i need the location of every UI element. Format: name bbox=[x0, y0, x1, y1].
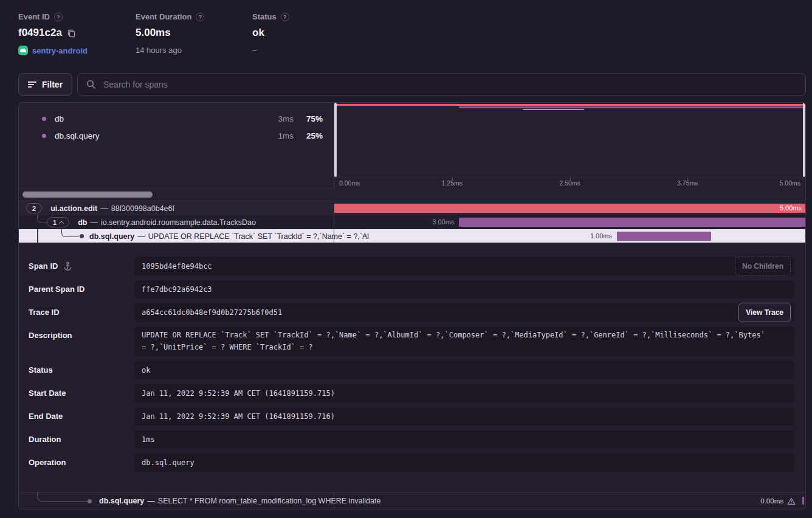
filter-icon bbox=[28, 81, 36, 88]
parent-span-id-value[interactable]: ffe7dbc92a6942c3 bbox=[134, 280, 794, 299]
detail-row-end-date: End Date Jan 11, 2022 9:52:39 AM CET (16… bbox=[29, 407, 794, 426]
op-duration: 3ms bbox=[267, 114, 294, 123]
start-date-value[interactable]: Jan 11, 2022 9:52:39 AM CET (1641891159.… bbox=[134, 384, 794, 402]
op-percent: 75% bbox=[294, 114, 323, 123]
chevron-up-icon bbox=[59, 221, 64, 226]
legend-item[interactable]: db 3ms 75% bbox=[19, 110, 334, 127]
anchor-icon[interactable] bbox=[63, 261, 72, 271]
span-desc: UPDATE OR REPLACE `Track` SET `TrackId` … bbox=[148, 232, 369, 241]
event-duration-ago: 14 hours ago bbox=[136, 46, 182, 55]
span-bar: 5.00ms bbox=[334, 204, 805, 213]
column-divider bbox=[334, 493, 334, 509]
spans-toolbar: Filter bbox=[18, 73, 806, 96]
span-tree: 5.00ms 2 ui.action.edit—88f300998a0b4e6f… bbox=[19, 201, 805, 243]
span-details-panel: Span ID 1095bd4ef8e94bcc No Children Par… bbox=[19, 243, 805, 493]
span-row-db-sql-query-selected[interactable]: 1.00ms db.sql.query—UPDATE OR REPLACE `T… bbox=[19, 229, 805, 243]
span-op: db.sql.query bbox=[99, 497, 144, 505]
span-desc: 88f300998a0b4e6f bbox=[111, 204, 174, 213]
help-icon[interactable]: ? bbox=[196, 13, 204, 21]
detail-row-duration: Duration 1ms bbox=[29, 430, 794, 449]
span-search bbox=[77, 73, 806, 96]
tree-scrollbar-track bbox=[19, 188, 334, 201]
legend-item[interactable]: db.sql.query 1ms 25% bbox=[19, 127, 334, 144]
event-duration-value: 5.00ms bbox=[136, 27, 171, 39]
op-color-dot bbox=[42, 134, 46, 138]
axis-label: 5.00ms bbox=[780, 179, 800, 187]
span-row-ui-action-edit[interactable]: 5.00ms 2 ui.action.edit—88f300998a0b4e6f bbox=[19, 201, 805, 215]
span-bar bbox=[617, 232, 711, 241]
leaf-bullet bbox=[88, 499, 92, 503]
collapse-badge[interactable]: 1 bbox=[47, 217, 69, 227]
detail-row-operation: Operation db.sql.query bbox=[29, 454, 794, 472]
minimap-span-bar bbox=[459, 106, 805, 108]
op-name: db.sql.query bbox=[55, 131, 100, 140]
help-icon[interactable]: ? bbox=[281, 13, 289, 21]
trace-id-value[interactable]: a654cc61dc0b48ef9d0b27275b6f0d51 View Tr… bbox=[134, 303, 794, 322]
help-icon[interactable]: ? bbox=[54, 13, 63, 21]
warning-icon bbox=[787, 497, 796, 505]
span-duration: 5.00ms bbox=[780, 204, 802, 213]
minimap-right-handle[interactable] bbox=[803, 103, 805, 177]
span-duration: 0.00ms bbox=[760, 497, 783, 505]
axis-label: 1.25ms bbox=[442, 179, 463, 187]
detail-row-span-id: Span ID 1095bd4ef8e94bcc No Children bbox=[29, 257, 794, 275]
span-op: ui.action.edit bbox=[50, 204, 97, 213]
tree-connector bbox=[37, 493, 90, 502]
axis-label: 0.00ms bbox=[339, 179, 360, 187]
axis-label: 2.50ms bbox=[559, 179, 580, 187]
no-children-button: No Children bbox=[735, 257, 791, 276]
tree-scrollbar-thumb[interactable] bbox=[22, 192, 153, 198]
op-breakdown-legend: db 3ms 75% db.sql.query 1ms 25% bbox=[19, 110, 334, 144]
child-count-badge[interactable]: 2 bbox=[26, 203, 42, 213]
span-row-sibling[interactable]: db.sql.query—SELECT * FROM room_table_mo… bbox=[19, 492, 805, 509]
detail-row-description: Description UPDATE OR REPLACE `Track` SE… bbox=[29, 326, 794, 356]
minimap-left-handle[interactable] bbox=[334, 103, 337, 177]
span-detail-page: Event ID ? f0491c2a sentry-android Event… bbox=[0, 0, 812, 518]
event-id-block: Event ID ? f0491c2a sentry-android bbox=[18, 12, 136, 55]
span-desc: SELECT * FROM room_table_modification_lo… bbox=[158, 497, 381, 505]
span-id-value[interactable]: 1095bd4ef8e94bcc No Children bbox=[134, 257, 794, 275]
status-label: Status bbox=[252, 12, 277, 21]
event-duration-block: Event Duration ? 5.00ms 14 hours ago bbox=[136, 12, 252, 55]
status-value: ok bbox=[252, 27, 264, 39]
duration-value[interactable]: 1ms bbox=[134, 430, 794, 449]
status-block: Status ? ok – bbox=[252, 12, 370, 55]
status-detail-value[interactable]: ok bbox=[134, 361, 794, 379]
detail-row-start-date: Start Date Jan 11, 2022 9:52:39 AM CET (… bbox=[29, 384, 794, 402]
search-input[interactable] bbox=[102, 79, 797, 90]
copy-icon[interactable] bbox=[67, 29, 76, 38]
filter-label: Filter bbox=[42, 80, 63, 89]
operation-value[interactable]: db.sql.query bbox=[134, 454, 794, 472]
trace-minimap[interactable] bbox=[334, 103, 805, 177]
span-duration: 3.00ms bbox=[432, 215, 454, 229]
op-duration: 1ms bbox=[267, 131, 294, 140]
event-id-label: Event ID bbox=[18, 12, 50, 21]
description-value[interactable]: UPDATE OR REPLACE `Track` SET `TrackId` … bbox=[134, 326, 794, 356]
span-op: db.sql.query bbox=[89, 232, 134, 241]
op-percent: 25% bbox=[294, 131, 323, 140]
status-sub: – bbox=[252, 46, 256, 55]
trace-waterfall-panel: db 3ms 75% db.sql.query 1ms 25% 0.00 bbox=[18, 102, 806, 509]
search-icon bbox=[86, 80, 96, 89]
span-bar bbox=[459, 218, 805, 227]
android-project-icon bbox=[18, 46, 28, 55]
span-row-db[interactable]: 3.00ms 1 db—io.sentry.android.roomsample… bbox=[19, 215, 805, 229]
span-duration: 1.00ms bbox=[590, 229, 612, 243]
detail-row-trace-id: Trace ID a654cc61dc0b48ef9d0b27275b6f0d5… bbox=[29, 303, 794, 322]
op-color-dot bbox=[42, 117, 46, 121]
detail-row-status: Status ok bbox=[29, 361, 794, 379]
op-name: db bbox=[55, 114, 64, 123]
view-trace-button[interactable]: View Trace bbox=[738, 303, 791, 322]
time-axis: 0.00ms 1.25ms 2.50ms 3.75ms 5.00ms bbox=[334, 177, 805, 188]
event-duration-label: Event Duration bbox=[136, 12, 191, 21]
span-op: db bbox=[78, 218, 87, 227]
event-header: Event ID ? f0491c2a sentry-android Event… bbox=[18, 12, 370, 55]
filter-button[interactable]: Filter bbox=[18, 73, 72, 96]
span-desc: io.sentry.android.roomsample.data.Tracks… bbox=[101, 218, 256, 227]
zero-duration-span-bar bbox=[802, 497, 804, 505]
detail-row-parent-span-id: Parent Span ID ffe7dbc92a6942c3 bbox=[29, 280, 794, 299]
axis-label: 3.75ms bbox=[677, 179, 698, 187]
event-id-value: f0491c2a bbox=[18, 27, 62, 39]
end-date-value[interactable]: Jan 11, 2022 9:52:39 AM CET (1641891159.… bbox=[134, 407, 794, 426]
project-link[interactable]: sentry-android bbox=[32, 46, 88, 55]
